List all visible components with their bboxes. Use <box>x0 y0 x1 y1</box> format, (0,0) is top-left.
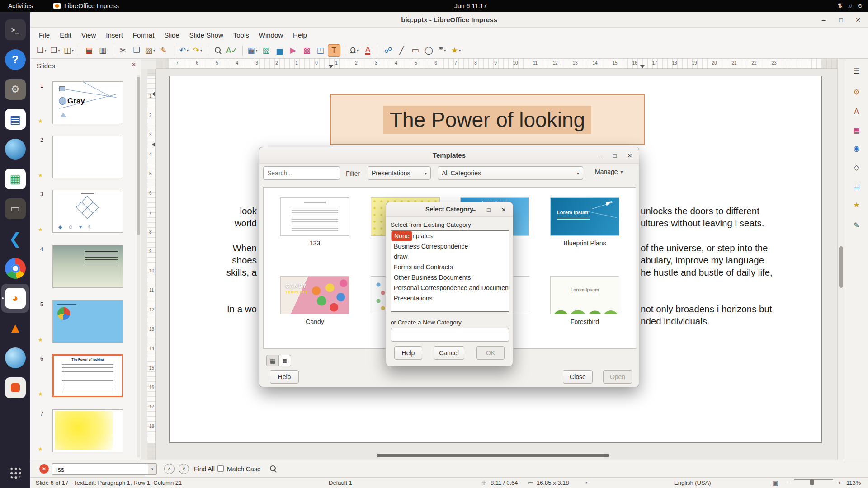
zoom-level[interactable]: 113% <box>846 479 861 486</box>
export-pdf-icon[interactable]: ▤ <box>83 44 95 57</box>
gallery-icon[interactable]: ▦ <box>850 124 863 136</box>
dock-libreoffice-writer[interactable]: ▤ <box>1 105 29 134</box>
cut-icon[interactable]: ✂ <box>117 44 129 57</box>
document-modified-icon[interactable]: ▪ <box>585 479 588 486</box>
menu-insert[interactable]: Insert <box>101 29 128 41</box>
new-document-icon[interactable]: ❏▾ <box>35 44 48 57</box>
category-item-personal-correspondence-and-documents[interactable]: Personal Correspondence and Documents <box>391 283 509 293</box>
slide-thumbnail-1[interactable]: Gray <box>52 81 123 124</box>
activities-button[interactable]: Activities <box>8 2 33 9</box>
dock-browser[interactable] <box>1 135 29 164</box>
dock-libreoffice-calc[interactable]: ▦ <box>1 164 29 193</box>
dock-settings[interactable]: ⚙ <box>1 75 29 104</box>
category-cancel-button[interactable]: Cancel <box>434 346 464 360</box>
find-all-button[interactable]: Find All <box>194 465 215 473</box>
volume-icon[interactable]: ♫ <box>848 2 852 9</box>
templates-open-button[interactable]: Open <box>603 370 632 384</box>
slide-thumbnail-4[interactable] <box>52 245 123 288</box>
animation-icon[interactable]: ★ <box>850 199 863 211</box>
category-close-icon[interactable]: ✕ <box>498 204 509 215</box>
dock-vlc[interactable]: ▲ <box>1 314 29 343</box>
slide-thumbnail-2[interactable] <box>52 136 123 178</box>
canvas-vertical-scrollbar[interactable] <box>837 59 844 460</box>
title-text-box[interactable]: The Power of looking <box>330 94 645 145</box>
insert-table-icon[interactable]: ▦▾ <box>246 44 259 57</box>
find-and-replace-icon[interactable] <box>270 465 277 474</box>
templates-close-icon[interactable]: ✕ <box>624 150 635 161</box>
template-card-candy[interactable]: CANDYTEMPLATECandy <box>280 276 349 326</box>
properties-icon[interactable]: ⚙ <box>850 86 863 98</box>
menu-help[interactable]: Help <box>288 29 312 41</box>
menu-window[interactable]: Window <box>254 29 288 41</box>
templates-minimize-button[interactable]: – <box>594 150 605 161</box>
category-item-draw[interactable]: draw <box>391 252 509 262</box>
manage-dropdown[interactable]: Manage ▾ <box>595 168 623 175</box>
templates-help-button[interactable]: Help <box>270 370 299 384</box>
open-icon[interactable]: ❒▾ <box>49 44 61 57</box>
spelling-icon[interactable]: A✓ <box>225 44 239 57</box>
master-slides-icon[interactable]: ▤ <box>850 180 863 192</box>
category-item-presentations[interactable]: Presentations <box>391 293 509 304</box>
hyperlink-icon[interactable]: ☍ <box>382 44 395 57</box>
templates-maximize-button[interactable]: □ <box>609 150 620 161</box>
slides-panel-close-icon[interactable]: ✕ <box>132 61 136 68</box>
topbar-app-indicator[interactable]: LibreOffice Impress <box>53 2 119 9</box>
insert-chart-icon[interactable]: ▅ <box>274 44 286 57</box>
status-language[interactable]: English (USA) <box>674 479 711 486</box>
maximize-button[interactable]: □ <box>835 14 846 25</box>
paste-icon[interactable]: ▨▾ <box>144 44 156 57</box>
templates-search-input[interactable] <box>263 166 340 180</box>
find-previous-button[interactable]: ∧ <box>164 464 175 474</box>
template-card-blueprint-plans[interactable]: Lorem IpsumBlueprint Plans <box>550 197 619 247</box>
slide-thumbnail-5[interactable] <box>52 300 123 343</box>
shapes-icon[interactable]: ◇ <box>850 161 863 174</box>
category-item-business-correspondence[interactable]: Business Correspondence <box>391 241 509 252</box>
canvas-horizontal-scrollbar[interactable] <box>377 454 609 457</box>
character-icon[interactable]: A <box>850 105 863 117</box>
font-color-icon[interactable]: A <box>362 44 374 57</box>
category-item-none[interactable]: None <box>391 231 412 241</box>
fit-slide-icon[interactable]: ▣ <box>773 479 778 486</box>
zoom-out-button[interactable]: − <box>786 479 790 486</box>
draw-line-icon[interactable]: ╱ <box>396 44 408 57</box>
save-icon[interactable]: ◫▾ <box>62 44 75 57</box>
zoom-slider-handle[interactable] <box>810 479 814 485</box>
clock[interactable]: Jun 6 11:17 <box>454 2 487 9</box>
filter-category-select[interactable]: All Categories ▾ <box>438 166 583 180</box>
ruler-origin[interactable] <box>141 59 156 69</box>
ruler-bottom-marker[interactable] <box>152 142 155 147</box>
menu-file[interactable]: File <box>34 29 55 41</box>
minimize-button[interactable]: – <box>818 14 829 25</box>
dock-libreoffice-impress[interactable]: ◕ <box>1 284 29 313</box>
clone-formatting-icon[interactable]: ✎ <box>157 44 170 57</box>
ruler-top-marker[interactable] <box>152 92 155 96</box>
ruler-indent-marker-right[interactable] <box>640 65 645 68</box>
canvas-vertical-scrollbar-thumb[interactable] <box>839 246 843 288</box>
special-character-icon[interactable]: Ω▾ <box>348 44 361 57</box>
horizontal-ruler[interactable]: 7654321012345678910111213141516171819202… <box>156 59 837 69</box>
print-icon[interactable]: ▥ <box>96 44 109 57</box>
templates-dialog-titlebar[interactable]: Templates – □ ✕ <box>259 147 639 164</box>
dock-archive[interactable]: ▭ <box>1 194 29 223</box>
find-next-button[interactable]: ∨ <box>179 464 189 474</box>
insert-text-box-icon[interactable]: T <box>328 44 340 57</box>
power-icon[interactable]: ⊙ <box>858 2 863 9</box>
slide-thumbnail-3[interactable]: ◆ ☺ ♥ ☾ <box>52 190 123 233</box>
slide-thumbnail-7[interactable] <box>52 409 123 452</box>
menu-slide[interactable]: Slide <box>159 29 184 41</box>
template-card-forestbird[interactable]: Lorem IpsumForestbird <box>550 276 619 326</box>
find-replace-icon[interactable] <box>212 44 224 57</box>
ellipse-icon[interactable]: ◯ <box>423 44 435 57</box>
zoom-slider-track[interactable] <box>794 479 833 480</box>
category-item-forms-and-contracts[interactable]: Forms and Contracts <box>391 262 509 272</box>
select-category-titlebar[interactable]: Select Category – □ ✕ <box>386 202 513 217</box>
dock-vscode[interactable]: ❮ <box>1 224 29 253</box>
find-history-dropdown-icon[interactable]: ▾ <box>148 463 157 475</box>
menu-tools[interactable]: Tools <box>228 29 254 41</box>
match-case-checkbox[interactable] <box>217 465 224 472</box>
zoom-in-button[interactable]: + <box>838 479 841 486</box>
close-button[interactable]: ✕ <box>853 14 863 25</box>
styles-icon[interactable]: ✎ <box>850 219 863 231</box>
copy-icon[interactable]: ❐ <box>130 44 143 57</box>
dock-chrome[interactable] <box>1 254 29 283</box>
